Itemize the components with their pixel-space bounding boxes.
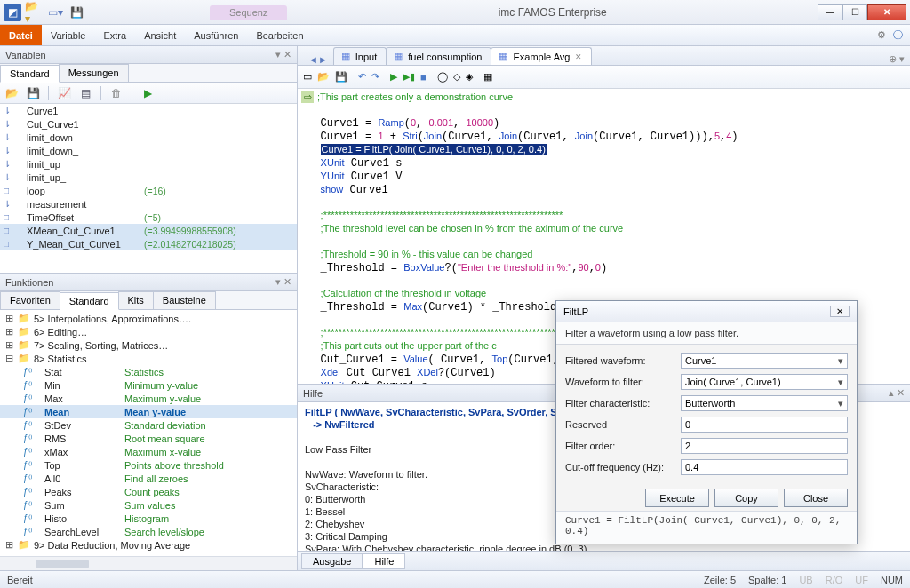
func-item[interactable]: ƒ⁽⁾MaxMaximum y-value: [0, 392, 297, 405]
delete-icon[interactable]: 🗑: [108, 85, 124, 101]
editor-tab-fuel[interactable]: ▦fuel consumption: [386, 47, 491, 65]
variable-row[interactable]: ⇂measurement: [0, 197, 297, 211]
menu-variable[interactable]: Variable: [42, 25, 95, 45]
editor-tab-input[interactable]: ▦Input: [333, 47, 387, 65]
tree-toggle-icon[interactable]: ⊞: [4, 339, 14, 351]
variable-row[interactable]: ⇂limit_up: [0, 157, 297, 171]
tab-favoriten[interactable]: Favoriten: [0, 291, 60, 309]
tab-overflow-icon[interactable]: ⊕ ▾: [883, 53, 910, 65]
save-icon[interactable]: 💾: [25, 85, 41, 101]
variable-row[interactable]: ⇂limit_down: [0, 131, 297, 144]
func-group[interactable]: ⊞📁9> Data Reduction, Moving Average: [0, 538, 297, 552]
func-item[interactable]: ƒ⁽⁾xMaxMaximum x-value: [0, 445, 297, 458]
tree-toggle-icon[interactable]: ⊟: [4, 353, 14, 364]
func-group[interactable]: ⊞📁6> Editing…: [0, 325, 297, 338]
func-item[interactable]: ƒ⁽⁾StatStatistics: [0, 365, 297, 378]
variable-row[interactable]: ⇂Cut_Curve1: [0, 117, 297, 131]
func-group[interactable]: ⊟📁8> Statistics: [0, 352, 297, 365]
func-group[interactable]: ⊞📁5> Interpolations, Approximations….: [0, 312, 297, 325]
variable-row[interactable]: □XMean_Cut_Curve1(=3.99499988555908): [0, 224, 297, 237]
minimize-button[interactable]: —: [818, 4, 842, 20]
editor-tab-example[interactable]: ▦Example Avg✕: [491, 47, 592, 65]
dialog-input[interactable]: [681, 438, 848, 454]
bookmark-icon[interactable]: ◇: [453, 71, 460, 83]
dialog-select[interactable]: Curve1▾: [681, 353, 848, 369]
app-icon[interactable]: ◩: [4, 4, 21, 21]
dialog-titlebar[interactable]: FiltLP ✕: [556, 301, 857, 322]
tree-toggle-icon[interactable]: ⊞: [4, 326, 14, 338]
variable-row[interactable]: ⇂Curve1: [0, 104, 297, 117]
new-icon[interactable]: ▭▾: [46, 4, 64, 21]
settings-icon[interactable]: ⚙: [877, 29, 886, 41]
variable-row[interactable]: □TimeOffset(=5): [0, 211, 297, 224]
open-folder-icon[interactable]: 📂: [4, 85, 20, 101]
func-item[interactable]: ƒ⁽⁾StDevStandard deviation: [0, 418, 297, 432]
func-item[interactable]: ƒ⁽⁾RMSRoot mean square: [0, 432, 297, 445]
func-item[interactable]: ƒ⁽⁾HistoHistogram: [0, 512, 297, 525]
variable-icon: ⇂: [4, 199, 20, 209]
help-icon[interactable]: ⓘ: [893, 28, 903, 42]
variable-name: Y_Mean_Cut_Curve1: [27, 239, 137, 250]
dialog-label: Waveform to filter:: [565, 377, 681, 387]
close-button[interactable]: ✕: [867, 4, 906, 20]
tab-close-icon[interactable]: ✕: [575, 52, 582, 61]
dialog-input[interactable]: [681, 459, 848, 475]
tree-toggle-icon[interactable]: ⊞: [4, 313, 14, 324]
run-icon[interactable]: ▶: [140, 85, 156, 101]
run-script-icon[interactable]: ▶: [390, 71, 397, 83]
func-item[interactable]: ƒ⁽⁾PeaksCount peaks: [0, 485, 297, 498]
tab-standard[interactable]: Standard: [0, 65, 60, 83]
new-file-icon[interactable]: ▭: [303, 71, 312, 83]
bookmark2-icon[interactable]: ◈: [466, 71, 473, 83]
run-step-icon[interactable]: ▶▮: [403, 71, 415, 83]
tab-ausgabe[interactable]: Ausgabe: [301, 553, 363, 569]
maximize-button[interactable]: ☐: [842, 4, 867, 20]
func-item[interactable]: ƒ⁽⁾TopPoints above threshold: [0, 458, 297, 472]
variable-name: limit_down: [27, 132, 137, 143]
func-item[interactable]: ƒ⁽⁾SumSum values: [0, 498, 297, 512]
table-icon[interactable]: ▤: [77, 85, 93, 101]
redo-icon[interactable]: ↷: [371, 71, 379, 83]
copy-button[interactable]: Copy: [714, 489, 778, 507]
status-bar: Bereit Zeile: 5 Spalte: 1 UB R/O UF NUM: [0, 570, 910, 588]
scrollbar-horizontal[interactable]: [0, 556, 297, 570]
func-group[interactable]: ⊞📁7> Scaling, Sorting, Matrices…: [0, 338, 297, 352]
variable-icon: ⇂: [4, 132, 20, 142]
breakpoint-icon[interactable]: ◯: [437, 71, 448, 83]
tab-kits[interactable]: Kits: [118, 291, 154, 309]
save-icon[interactable]: 💾: [68, 4, 85, 21]
func-item[interactable]: ƒ⁽⁾MinMinimum y-value: [0, 378, 297, 392]
func-item[interactable]: ƒ⁽⁾All0Find all zeroes: [0, 472, 297, 485]
menu-extra[interactable]: Extra: [94, 25, 135, 45]
menu-datei[interactable]: Datei: [0, 25, 42, 45]
tab-messungen[interactable]: Messungen: [59, 64, 129, 82]
open-icon[interactable]: 📂▾: [25, 4, 43, 21]
dialog-input[interactable]: [681, 417, 848, 433]
menu-ausfuehren[interactable]: Ausführen: [185, 25, 247, 45]
sequence-tab[interactable]: Sequenz: [210, 5, 287, 20]
variable-row[interactable]: □Y_Mean_Cut_Curve1(=2.01482704218025): [0, 237, 297, 250]
stop-icon[interactable]: ■: [420, 72, 427, 83]
menu-ansicht[interactable]: Ansicht: [135, 25, 185, 45]
variable-row[interactable]: □loop(=16): [0, 184, 297, 197]
open-file-icon[interactable]: 📂: [317, 71, 330, 83]
undo-icon[interactable]: ↶: [358, 71, 366, 83]
func-item[interactable]: ƒ⁽⁾MeanMean y-value: [0, 405, 297, 418]
chart-icon[interactable]: 📈: [56, 85, 72, 101]
tab-hilfe[interactable]: Hilfe: [363, 553, 405, 569]
format-icon[interactable]: ▦: [483, 71, 492, 83]
dialog-close-icon[interactable]: ✕: [830, 306, 850, 317]
execute-button[interactable]: Execute: [645, 489, 709, 507]
dialog-select[interactable]: Butterworth▾: [681, 395, 848, 411]
tab-nav-icon[interactable]: ◄►: [303, 54, 333, 65]
tree-toggle-icon[interactable]: ⊞: [4, 539, 14, 551]
menu-bearbeiten[interactable]: Bearbeiten: [247, 25, 312, 45]
tab-bausteine[interactable]: Bausteine: [153, 291, 216, 309]
close-dialog-button[interactable]: Close: [784, 489, 848, 507]
variable-row[interactable]: ⇂limit_up_: [0, 171, 297, 184]
func-item[interactable]: ƒ⁽⁾SearchLevelSearch level/slope: [0, 525, 297, 538]
save-file-icon[interactable]: 💾: [335, 71, 347, 83]
dialog-select[interactable]: Join( Curve1, Curve1)▾: [681, 374, 848, 390]
tab-func-standard[interactable]: Standard: [60, 292, 119, 310]
variable-row[interactable]: ⇂limit_down_: [0, 144, 297, 157]
